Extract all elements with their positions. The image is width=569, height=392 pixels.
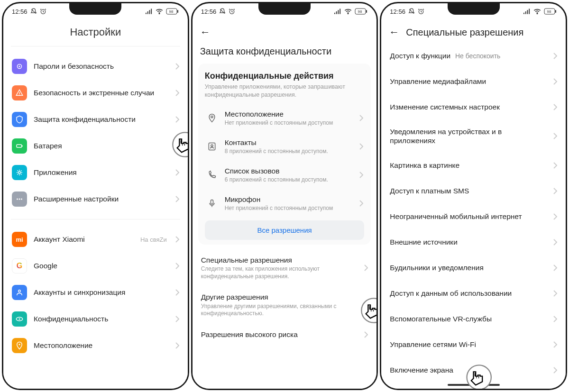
settings-row[interactable]: Безопасность и экстренные случаи — [9, 80, 182, 106]
status-time: 12:56 — [12, 8, 28, 15]
svg-rect-11 — [19, 92, 20, 94]
permission-item[interactable]: Доступ к данным об использовании — [387, 281, 560, 306]
privacy-card: Конфиденциальные действия Управление при… — [198, 64, 371, 245]
row-title: Местоположение — [34, 341, 169, 350]
settings-row[interactable]: Расширенные настройки — [9, 186, 182, 212]
settings-row[interactable]: Местоположение — [9, 332, 182, 359]
notch — [69, 3, 121, 15]
row-title: Безопасность и экстренные случаи — [34, 88, 169, 97]
row-title: Картинка в картинке — [390, 161, 549, 170]
svg-point-10 — [19, 66, 20, 67]
row-title: Список вызовов — [225, 167, 353, 175]
settings-row[interactable]: Батарея — [9, 133, 182, 159]
row-title: Будильники и уведомления — [390, 263, 549, 272]
settings-row[interactable]: Пароли и безопасность — [9, 53, 182, 80]
permission-item[interactable]: Будильники и уведомления — [387, 255, 560, 281]
permission-item[interactable]: Внешние источники — [387, 229, 560, 255]
row-sub: Следите за тем, как приложения использую… — [201, 265, 360, 280]
settings-row[interactable]: Конфиденциальность — [9, 306, 182, 332]
row-title: Приложения — [34, 168, 169, 177]
home-indicator[interactable] — [448, 384, 500, 386]
permission-item[interactable]: Доступ к платным SMS — [387, 178, 560, 204]
permission-row[interactable]: Контакты 8 приложений с постоянным досту… — [205, 132, 365, 161]
divider — [11, 219, 180, 219]
settings-row[interactable]: mi Аккаунт Xiaomi На свяZи — [9, 226, 182, 253]
permission-row[interactable]: Список вызовов 6 приложений с постоянным… — [205, 161, 365, 189]
svg-text:98: 98 — [547, 9, 551, 14]
svg-rect-4 — [151, 9, 152, 14]
battery-icon — [12, 138, 27, 154]
settings-row[interactable]: Аккаунты и синхронизация — [9, 279, 182, 306]
row-title: Доступ к функции Не беспокоить — [390, 51, 549, 61]
svg-text:98: 98 — [358, 9, 362, 14]
phone-3: 12:56 98 ← Специальные разрешения Доступ… — [380, 2, 567, 390]
svg-point-18 — [21, 199, 22, 200]
row-sub: 8 приложений с постоянным доступом. — [225, 148, 353, 155]
permission-item[interactable]: Управление медиафайлами — [387, 69, 560, 94]
permission-row[interactable]: Местоположение Нет приложений с постоянн… — [205, 104, 365, 132]
permission-item[interactable]: Включение экрана — [387, 357, 560, 383]
row-trail: На свяZи — [140, 236, 167, 243]
pin-icon — [206, 112, 218, 124]
row-title: Доступ к данным об использовании — [390, 289, 549, 298]
svg-point-15 — [18, 172, 21, 174]
row-title: Батарея — [34, 141, 169, 150]
settings-row[interactable]: G Google — [9, 253, 182, 279]
row-title: Разрешения высокого риска — [201, 330, 360, 339]
row-title: Микрофон — [225, 195, 353, 204]
permission-item[interactable]: Доступ к функции Не беспокоить — [387, 43, 560, 69]
row-title: Конфиденциальность — [34, 314, 169, 323]
card-desc: Управление приложениями, которые запраши… — [205, 83, 365, 99]
back-button[interactable]: ← — [389, 26, 399, 38]
bell-off-icon — [219, 8, 226, 15]
google-icon: G — [12, 258, 27, 273]
svg-rect-2 — [147, 11, 148, 14]
battery-icon: 98 — [166, 8, 179, 15]
svg-rect-45 — [555, 10, 556, 13]
all-permissions-button[interactable]: Все разрешения — [205, 220, 365, 240]
bell-off-icon — [408, 8, 415, 15]
phone-icon — [206, 169, 218, 181]
permission-item[interactable]: Неограниченный мобильный интернет — [387, 204, 560, 229]
permission-item[interactable]: Уведомления на устройствах и в приложени… — [387, 120, 560, 153]
page-title: Защита конфиденциальности — [193, 43, 377, 64]
row-sub: Управление другими разрешениями, связанн… — [201, 303, 360, 318]
settings-row[interactable]: Приложения — [9, 159, 182, 186]
svg-rect-39 — [523, 13, 524, 14]
row-title: Изменение системных настроек — [390, 102, 549, 111]
alarm-icon — [229, 8, 235, 15]
wifi-icon — [533, 9, 541, 14]
permission-item[interactable]: Управление сетями Wi-Fi — [387, 332, 560, 357]
svg-text:98: 98 — [169, 9, 173, 14]
settings-row[interactable]: Специальные разрешения Следите за тем, к… — [198, 249, 371, 287]
permission-item[interactable]: Изменение системных настроек — [387, 94, 560, 120]
row-title: Аккаунт Xiaomi — [34, 235, 134, 244]
signal-icon — [334, 9, 341, 14]
svg-rect-12 — [19, 95, 20, 96]
settings-row[interactable]: Разрешения высокого риска — [198, 324, 371, 345]
permission-item[interactable]: Вспомогательные VR-службы — [387, 306, 560, 332]
shield-icon — [12, 59, 27, 74]
permission-row[interactable]: Микрофон Нет приложений с постоянным дос… — [205, 189, 365, 218]
svg-point-29 — [348, 13, 349, 14]
divider — [11, 46, 180, 46]
permission-item[interactable]: Картинка в картинке — [387, 153, 560, 178]
back-button[interactable]: ← — [200, 26, 211, 38]
settings-row[interactable]: Другие разрешения Управление другими раз… — [198, 286, 371, 324]
svg-rect-41 — [527, 10, 528, 14]
svg-rect-3 — [149, 10, 150, 14]
svg-point-5 — [159, 13, 159, 14]
settings-row[interactable]: Защита конфиденциальности — [9, 106, 182, 133]
notch — [448, 3, 500, 15]
svg-point-21 — [19, 319, 20, 320]
row-title: Управление сетями Wi-Fi — [390, 340, 549, 349]
svg-point-35 — [211, 145, 213, 146]
svg-rect-31 — [366, 10, 367, 13]
svg-rect-7 — [177, 10, 178, 13]
bell-off-icon — [30, 8, 37, 15]
battery-icon: 98 — [355, 8, 368, 15]
eye-icon — [12, 311, 27, 327]
svg-point-22 — [19, 344, 20, 345]
row-title: Пароли и безопасность — [34, 62, 169, 71]
alarm-icon — [40, 8, 46, 15]
